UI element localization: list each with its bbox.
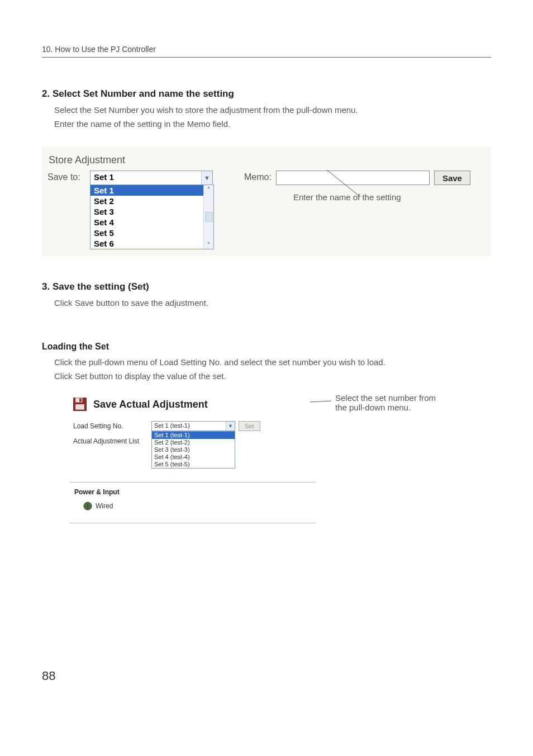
loading-title: Loading the Set [42,342,491,352]
shot2-title: Save Actual Adjustment [93,399,208,410]
store-adjustment-title: Store Adjustment [47,154,486,166]
callout-select-set: Select the set number from the pull-down… [335,393,436,523]
memo-label: Memo: [244,171,272,182]
list-item[interactable]: Set 2 [91,196,203,206]
callout-memo: Enter the name of the setting [293,192,401,202]
store-adjustment-panel: Store Adjustment Save to: Set 1 ▼ Set 1 … [42,147,491,256]
actual-adjustment-label: Actual Adjustment List [73,436,151,445]
scrollbar[interactable]: ˄ ˅ [203,185,213,249]
list-item[interactable]: Set 1 [91,185,203,196]
save-button[interactable]: Save [434,171,470,185]
svg-rect-4 [75,404,84,410]
step2-p1: Select the Set Number you wish to store … [54,104,491,116]
page-number: 88 [42,669,491,683]
power-input-section-title: Power & Input [74,488,311,496]
load-setting-dropdown[interactable]: Set 1 (test-1) ▼ [151,421,235,431]
save-to-dropdown[interactable]: Set 1 ▼ [90,171,213,185]
step2-title: 2. Select Set Number and name the settin… [42,88,491,100]
load-setting-label: Load Setting No. [73,421,151,430]
floppy-disk-icon [72,396,88,412]
svg-line-6 [310,401,331,402]
svg-line-0 [327,170,360,197]
step3-title: 3. Save the setting (Set) [42,281,491,292]
chevron-down-icon[interactable]: ▼ [201,171,212,185]
loading-p2: Click Set button to display the value of… [54,370,491,382]
list-item[interactable]: Set 5 [91,228,203,238]
callout-line-icon [310,399,332,421]
svg-rect-3 [79,399,82,402]
chapter-header: 10. How to Use the PJ Controller [42,45,491,58]
scroll-up-icon[interactable]: ˄ [207,186,210,192]
step3-p1: Click Save button to save the adjustment… [54,297,491,309]
save-to-label: Save to: [47,171,87,182]
wired-label: Wired [96,502,113,510]
save-to-listbox[interactable]: Set 1 Set 2 Set 3 Set 4 Set 5 Set 6 ˄ ˅ [90,185,214,249]
save-actual-adjustment-panel: Save Actual Adjustment Load Setting No. … [70,393,316,523]
callout-line-icon [327,170,372,198]
set-button[interactable]: Set [239,421,260,431]
loading-p1: Click the pull-down menu of Load Setting… [54,356,491,368]
scroll-down-icon[interactable]: ˅ [207,242,210,248]
load-setting-value: Set 1 (test-1) [152,422,226,431]
list-item[interactable]: Set 3 [91,206,203,217]
list-item[interactable]: Set 6 [91,238,203,249]
step2-p2: Enter the name of the setting in the Mem… [54,118,491,130]
list-item[interactable]: Set 4 [91,217,203,228]
scroll-thumb[interactable] [205,212,213,222]
chevron-down-icon[interactable]: ▼ [226,422,235,431]
globe-icon [83,502,92,511]
save-to-value: Set 1 [91,171,201,185]
